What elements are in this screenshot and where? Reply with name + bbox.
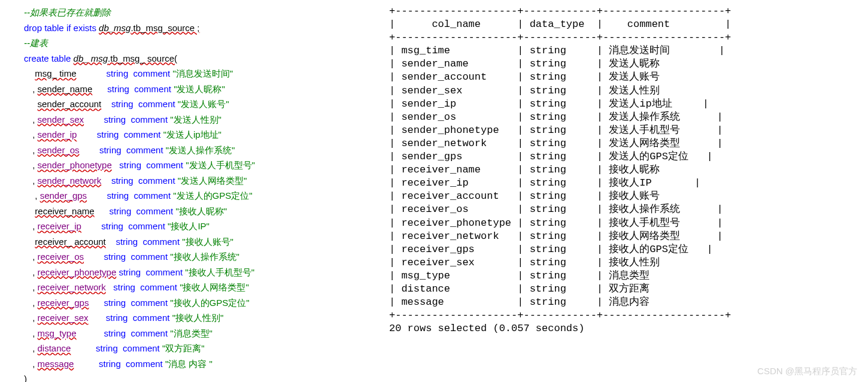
table-row: | receiver_ip | string | 接收人IP |	[383, 177, 868, 190]
terminal-output: +--------------------+------------+-----…	[383, 0, 868, 382]
comment-kw: comment	[146, 160, 186, 170]
kw: create table	[24, 53, 74, 63]
column-def: , sender_phonetype string comment "发送人手机…	[30, 157, 377, 173]
comment-kw: comment	[133, 68, 173, 78]
column-name: receiver_ip	[38, 221, 81, 231]
string-literal: "发送人昵称"	[174, 84, 225, 94]
string-literal: "发送人性别"	[170, 114, 221, 125]
punct: ,	[30, 84, 38, 94]
string-literal: "发送人网络类型"	[178, 175, 247, 186]
column-def: sender_account string comment "发送人账号"	[30, 96, 377, 112]
column-def: , sender_name string comment "发送人昵称"	[30, 81, 377, 97]
code-line: drop table if exists db_msg.tb_msg_sourc…	[24, 20, 377, 36]
table-row: | sender_phonetype | string | 发送人手机型号 |	[383, 124, 868, 137]
table-row: | sender_account | string | 发送人账号	[383, 71, 868, 84]
comment-kw: comment	[130, 298, 170, 308]
column-def: , receiver_phonetype string comment "接收人…	[30, 265, 377, 280]
column-def: , sender_sex string comment "发送人性别"	[30, 112, 377, 128]
comment-kw: comment	[140, 282, 180, 292]
spacing	[80, 145, 99, 155]
type-kw: string	[107, 84, 134, 94]
punct: ,	[30, 190, 40, 201]
type-kw: string	[96, 343, 123, 353]
table-border: +--------------------+------------+-----…	[383, 309, 868, 322]
table-row: | distance | string | 双方距离	[383, 283, 868, 296]
type-kw: string	[111, 175, 138, 186]
punct: ,	[30, 313, 38, 323]
table-border: +--------------------+------------+-----…	[383, 5, 868, 18]
column-name: receiver_os	[38, 251, 84, 262]
table-row: | sender_sex | string | 发送人性别	[383, 84, 868, 98]
type-kw: string	[119, 267, 145, 277]
punct: ,	[30, 267, 38, 277]
code-line: --建表	[24, 35, 377, 51]
type-kw: string	[104, 114, 130, 125]
type-kw: string	[101, 221, 128, 231]
type-kw: string	[104, 251, 130, 262]
spacing	[89, 313, 106, 323]
string-literal: "消息 内容 "	[165, 359, 213, 369]
table-footer: 20 rows selected (0.057 seconds)	[383, 322, 868, 335]
spacing	[71, 343, 96, 353]
spacing	[106, 237, 116, 247]
table-body: | msg_time | string | 消息发送时间 || sender_n…	[383, 44, 868, 309]
string-literal: "接收人的GPS定位"	[170, 298, 249, 308]
column-name: receiver_gps	[38, 298, 89, 308]
string-literal: "发送人账号"	[178, 99, 229, 109]
type-kw: string	[97, 129, 124, 140]
type-kw: string	[107, 190, 133, 201]
comment-kw: comment	[138, 99, 178, 109]
table-row: | receiver_phonetype | string | 接收人手机型号 …	[383, 217, 868, 230]
type-kw: string	[106, 313, 133, 323]
string-literal: "发送人操作系统"	[166, 145, 235, 155]
column-name: sender_name	[38, 84, 93, 94]
table-header: | col_name | data_type | comment |	[383, 18, 868, 31]
column-name: msg_type	[38, 328, 77, 338]
type-kw: string	[116, 237, 142, 247]
column-name: receiver_network	[38, 282, 106, 292]
table-row: | sender_network | string | 发送人网络类型 |	[383, 137, 868, 150]
sql-editor[interactable]: --如果表已存在就删除 drop table if exists db_msg.…	[0, 0, 383, 382]
kw: drop table if exists	[24, 23, 99, 33]
string-literal: "消息类型"	[170, 328, 213, 338]
punct: ,	[30, 221, 38, 231]
code-line: --如果表已存在就删除	[24, 5, 377, 20]
punct	[30, 99, 38, 109]
table-row: | sender_name | string | 发送人昵称	[383, 57, 868, 71]
spacing	[87, 190, 107, 201]
spacing	[81, 221, 101, 231]
string-literal: "接收人性别"	[172, 313, 224, 323]
table-row: | receiver_account | string | 接收人账号	[383, 190, 868, 203]
close-paren: )	[24, 374, 27, 382]
column-name: message	[38, 359, 74, 369]
spacing	[77, 129, 96, 140]
punct: ,	[30, 251, 38, 262]
comment-kw: comment	[142, 237, 182, 247]
comment-kw: comment	[133, 190, 173, 201]
root: --如果表已存在就删除 drop table if exists db_msg.…	[0, 0, 868, 382]
table-row: | msg_time | string | 消息发送时间 |	[383, 44, 868, 57]
column-def: , receiver_ip string comment "接收人IP"	[30, 219, 377, 234]
column-name: sender_network	[38, 175, 102, 186]
column-name: sender_account	[38, 99, 102, 109]
punct: ,	[30, 145, 38, 155]
string-literal: "发送人ip地址"	[163, 129, 221, 140]
table-row: | receiver_name | string | 接收人昵称	[383, 163, 868, 177]
column-def: , sender_network string comment "发送人网络类型…	[30, 173, 377, 189]
comment-kw: comment	[133, 313, 172, 323]
column-def: , receiver_gps string comment "接收人的GPS定位…	[30, 295, 377, 311]
column-def: receiver_name string comment "接收人昵称"	[30, 204, 377, 219]
spacing	[77, 328, 104, 338]
spacing	[95, 206, 110, 216]
column-def: , sender_ip string comment "发送人ip地址"	[30, 127, 377, 143]
column-name: distance	[38, 343, 71, 353]
spacing	[84, 251, 104, 262]
db-name: db_ msg	[74, 53, 108, 63]
punct: ,	[30, 328, 38, 338]
string-literal: "接收人手机型号"	[185, 267, 254, 277]
table-border: +--------------------+------------+-----…	[383, 31, 868, 44]
column-def: receiver_ account string comment "接收人账号"	[30, 234, 377, 250]
string-literal: "接收人操作系统"	[170, 251, 239, 262]
comment-kw: comment	[134, 84, 174, 94]
table-row: | msg_type | string | 消息类型	[383, 269, 868, 283]
